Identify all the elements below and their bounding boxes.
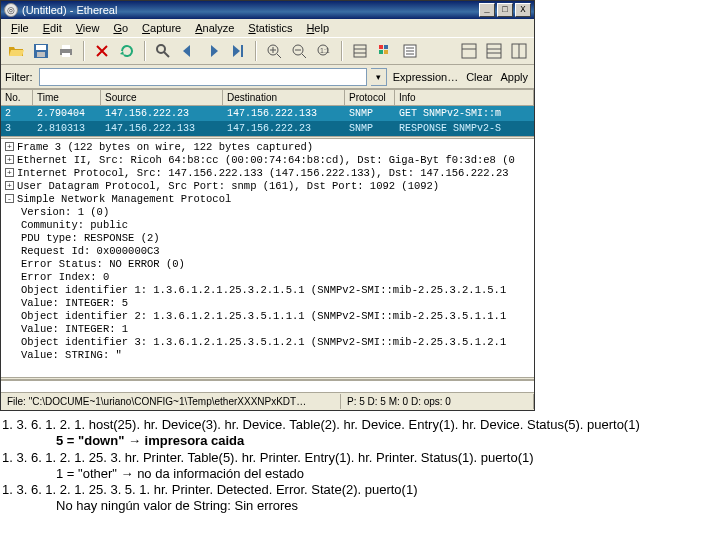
note-line: 1 = "other" → no da información del esta… — [2, 466, 718, 482]
menu-file[interactable]: File — [5, 21, 35, 35]
close-button[interactable]: X — [515, 3, 531, 17]
tree-text: Object identifier 3: 1.3.6.1.2.1.25.3.5.… — [21, 336, 506, 348]
tree-line[interactable]: +Frame 3 (122 bytes on wire, 122 bytes c… — [3, 141, 532, 154]
expand-icon[interactable]: + — [5, 142, 14, 151]
menubar: FileEditViewGoCaptureAnalyzeStatisticsHe… — [1, 19, 534, 37]
tree-text: Simple Network Management Protocol — [17, 193, 231, 205]
svg-rect-4 — [62, 45, 70, 49]
menu-capture[interactable]: Capture — [136, 21, 187, 35]
note-line: No hay ningún valor de String: Sin error… — [2, 498, 718, 514]
svg-point-6 — [157, 45, 165, 53]
filter-bar: Filter: ▾ Expression… Clear Apply — [1, 65, 534, 89]
tree-line: Community: public — [3, 219, 532, 232]
toolbar-main: 1:1 — [1, 37, 534, 65]
note-line: 1. 3. 6. 1. 2. 1. 25. 3. 5. 1. hr. Print… — [2, 482, 718, 498]
column-header-time[interactable]: Time — [33, 90, 101, 106]
minimize-button[interactable]: _ — [479, 3, 495, 17]
tree-text: Community: public — [21, 219, 128, 231]
packet-row[interactable]: 2 2.790404 147.156.222.23 147.156.222.13… — [1, 106, 534, 121]
menu-go[interactable]: Go — [107, 21, 134, 35]
note-line: 1. 3. 6. 1. 2. 1. 25. 3. hr. Printer. Ta… — [2, 450, 718, 466]
zoom-in-button[interactable] — [263, 40, 285, 62]
menu-analyze[interactable]: Analyze — [189, 21, 240, 35]
collapse-icon[interactable]: - — [5, 194, 14, 203]
status-packet-counts: P: 5 D: 5 M: 0 D: ops: 0 — [341, 394, 534, 409]
svg-rect-16 — [384, 50, 388, 54]
tree-text: Error Status: NO ERROR (0) — [21, 258, 185, 270]
svg-rect-12 — [354, 45, 366, 57]
expand-icon[interactable]: + — [5, 181, 14, 190]
apply-button[interactable]: Apply — [498, 71, 530, 83]
svg-rect-18 — [462, 44, 476, 58]
tree-text: Internet Protocol, Src: 147.156.222.133 … — [17, 167, 508, 179]
go-forward-button[interactable] — [202, 40, 224, 62]
clear-button[interactable]: Clear — [464, 71, 494, 83]
tree-line: Version: 1 (0) — [3, 206, 532, 219]
packet-details-pane[interactable]: +Frame 3 (122 bytes on wire, 122 bytes c… — [1, 139, 534, 377]
column-header-info[interactable]: Info — [395, 90, 534, 106]
menu-statistics[interactable]: Statistics — [242, 21, 298, 35]
color-rules-button[interactable] — [374, 40, 396, 62]
column-header-no[interactable]: No. — [1, 90, 33, 106]
go-to-button[interactable] — [227, 40, 249, 62]
toolbar-separator — [255, 41, 257, 61]
menu-help[interactable]: Help — [300, 21, 335, 35]
tree-line[interactable]: +Internet Protocol, Src: 147.156.222.133… — [3, 167, 532, 180]
zoom-reset-button[interactable]: 1:1 — [313, 40, 335, 62]
tree-line: Object identifier 2: 1.3.6.1.2.1.25.3.5.… — [3, 310, 532, 323]
tree-text: User Datagram Protocol, Src Port: snmp (… — [17, 180, 439, 192]
open-button[interactable] — [5, 40, 27, 62]
svg-rect-2 — [37, 52, 45, 57]
app-icon: ◎ — [4, 3, 18, 17]
tree-line[interactable]: -Simple Network Management Protocol — [3, 193, 532, 206]
save-button[interactable] — [30, 40, 52, 62]
expand-icon[interactable]: + — [5, 168, 14, 177]
layout-button-2[interactable] — [483, 40, 505, 62]
reload-button[interactable] — [116, 40, 138, 62]
tree-text: Value: INTEGER: 5 — [21, 297, 128, 309]
expression-button[interactable]: Expression… — [391, 71, 460, 83]
layout-button-1[interactable] — [458, 40, 480, 62]
print-button[interactable] — [55, 40, 77, 62]
toolbar-separator — [341, 41, 343, 61]
tree-line: PDU type: RESPONSE (2) — [3, 232, 532, 245]
layout-button-3[interactable] — [508, 40, 530, 62]
filter-input[interactable] — [39, 68, 367, 86]
tree-line[interactable]: +Ethernet II, Src: Ricoh 64:b8:cc (00:00… — [3, 154, 532, 167]
column-header-protocol[interactable]: Protocol — [345, 90, 395, 106]
annotation-notes: 1. 3. 6. 1. 2. 1. host(25). hr. Device(3… — [0, 411, 720, 521]
menu-edit[interactable]: Edit — [37, 21, 68, 35]
tree-text: Value: STRING: " — [21, 349, 122, 361]
svg-rect-13 — [379, 45, 383, 49]
tree-text: Frame 3 (122 bytes on wire, 122 bytes ca… — [17, 141, 313, 153]
capture-options-button[interactable] — [349, 40, 371, 62]
go-back-button[interactable] — [177, 40, 199, 62]
svg-rect-7 — [241, 45, 243, 57]
close-file-button[interactable] — [91, 40, 113, 62]
tree-line: Error Index: 0 — [3, 271, 532, 284]
menu-view[interactable]: View — [70, 21, 106, 35]
packet-list-body[interactable]: 2 2.790404 147.156.222.23 147.156.222.13… — [1, 106, 534, 136]
tree-text: PDU type: RESPONSE (2) — [21, 232, 160, 244]
zoom-out-button[interactable] — [288, 40, 310, 62]
maximize-button[interactable]: □ — [497, 3, 513, 17]
packet-bytes-pane[interactable] — [1, 380, 534, 392]
tree-line[interactable]: +User Datagram Protocol, Src Port: snmp … — [3, 180, 532, 193]
column-header-source[interactable]: Source — [101, 90, 223, 106]
svg-rect-19 — [487, 44, 501, 58]
svg-text:1:1: 1:1 — [320, 47, 330, 54]
filter-dropdown-button[interactable]: ▾ — [371, 68, 387, 86]
column-header-destination[interactable]: Destination — [223, 90, 345, 106]
tree-text: Object identifier 1: 1.3.6.1.2.1.25.3.2.… — [21, 284, 506, 296]
packet-row[interactable]: 3 2.810313 147.156.222.133 147.156.222.2… — [1, 121, 534, 136]
svg-rect-15 — [379, 50, 383, 54]
prefs-button[interactable] — [399, 40, 421, 62]
tree-text: Ethernet II, Src: Ricoh 64:b8:cc (00:00:… — [17, 154, 515, 166]
svg-rect-14 — [384, 45, 388, 49]
expand-icon[interactable]: + — [5, 155, 14, 164]
toolbar-separator — [144, 41, 146, 61]
note-line: 5 = "down" → impresora caida — [2, 433, 718, 449]
tree-line: Request Id: 0x000000C3 — [3, 245, 532, 258]
tree-line: Error Status: NO ERROR (0) — [3, 258, 532, 271]
find-button[interactable] — [152, 40, 174, 62]
